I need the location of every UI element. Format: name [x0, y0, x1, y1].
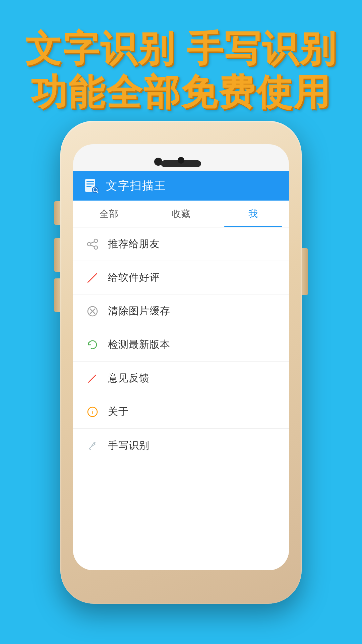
menu-item-recommend[interactable]: 推荐给朋友: [73, 227, 289, 261]
menu-label-recommend: 推荐给朋友: [108, 237, 160, 251]
svg-line-12: [88, 274, 97, 282]
svg-line-17: [89, 375, 96, 382]
svg-point-7: [94, 239, 98, 243]
menu-item-about[interactable]: i 关于: [73, 395, 289, 429]
sensor: [178, 157, 184, 164]
pencil-icon: [85, 270, 100, 285]
mute-button: [54, 201, 60, 225]
phone-screen: 文字扫描王 全部 收藏 我: [73, 144, 289, 570]
menu-item-handwriting[interactable]: 手写识别: [73, 429, 289, 462]
svg-line-13: [88, 281, 89, 282]
hero-line1: 文字识别 手写识别: [20, 27, 342, 70]
svg-line-10: [91, 242, 94, 243]
app-screen: 文字扫描王 全部 收藏 我: [73, 171, 289, 570]
svg-line-11: [91, 245, 94, 247]
svg-point-9: [94, 246, 98, 249]
power-button: [302, 248, 308, 295]
menu-label-about: 关于: [108, 405, 129, 419]
clear-icon: [85, 304, 100, 319]
volume-down-button: [54, 278, 60, 312]
app-header: 文字扫描王: [73, 171, 289, 201]
app-logo-icon: [82, 177, 100, 195]
tab-all[interactable]: 全部: [73, 201, 145, 227]
share-icon: [85, 237, 100, 252]
phone-mockup: 文字扫描王 全部 收藏 我: [60, 121, 302, 604]
hero-section: 文字识别 手写识别 功能全部免费使用: [0, 27, 362, 114]
menu-label-clear-cache: 清除图片缓存: [108, 304, 170, 318]
menu-list: 推荐给朋友 给软件好评: [73, 227, 289, 570]
menu-item-clear-cache[interactable]: 清除图片缓存: [73, 294, 289, 328]
menu-label-check-update: 检测最新版本: [108, 338, 170, 352]
svg-line-21: [89, 449, 90, 449]
svg-rect-2: [86, 183, 94, 184]
app-title: 文字扫描王: [106, 178, 166, 194]
handwrite-icon: [85, 438, 100, 453]
refresh-icon: [85, 337, 100, 352]
menu-item-rate[interactable]: 给软件好评: [73, 261, 289, 294]
feedback-icon: [85, 371, 100, 386]
volume-up-button: [54, 238, 60, 272]
menu-label-handwriting: 手写识别: [108, 439, 149, 452]
menu-item-check-update[interactable]: 检测最新版本: [73, 328, 289, 362]
menu-item-feedback[interactable]: 意见反馈: [73, 362, 289, 395]
menu-label-rate: 给软件好评: [108, 271, 160, 284]
svg-rect-3: [86, 186, 92, 187]
svg-text:i: i: [92, 409, 93, 415]
svg-line-18: [88, 381, 90, 382]
svg-point-8: [87, 243, 91, 246]
menu-label-feedback: 意见反馈: [108, 371, 149, 385]
tabs-bar: 全部 收藏 我: [73, 201, 289, 227]
hero-line2: 功能全部免费使用: [20, 70, 342, 114]
phone-shell: 文字扫描王 全部 收藏 我: [60, 121, 302, 604]
info-icon: i: [85, 405, 100, 419]
svg-rect-1: [86, 181, 94, 182]
svg-line-22: [94, 442, 96, 443]
tab-favorites[interactable]: 收藏: [145, 201, 217, 227]
tab-me[interactable]: 我: [217, 201, 289, 227]
